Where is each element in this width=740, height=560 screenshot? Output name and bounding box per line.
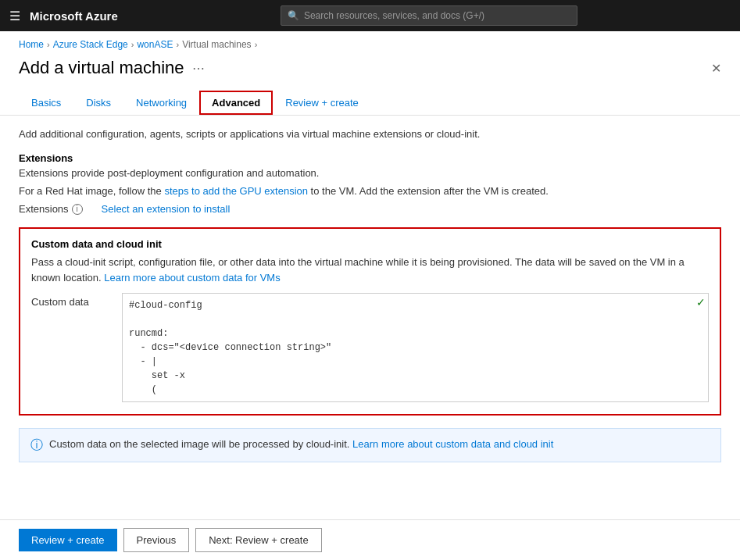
search-input[interactable] bbox=[304, 10, 570, 21]
breadcrumb-stack-edge[interactable]: Azure Stack Edge bbox=[53, 39, 128, 50]
custom-data-section: Custom data and cloud init Pass a cloud-… bbox=[19, 227, 721, 416]
tab-advanced[interactable]: Advanced bbox=[199, 91, 273, 115]
tab-disks[interactable]: Disks bbox=[73, 91, 123, 115]
extensions-gpu-note: For a Red Hat image, follow the steps to… bbox=[19, 185, 721, 197]
info-banner-icon: ⓘ bbox=[30, 437, 43, 454]
breadcrumb-home[interactable]: Home bbox=[19, 39, 44, 50]
tabs-bar: Basics Disks Networking Advanced Review … bbox=[0, 91, 740, 116]
footer-buttons: Review + create Previous Next: Review + … bbox=[0, 519, 740, 560]
validation-checkmark-icon: ✓ bbox=[696, 296, 706, 309]
review-create-button[interactable]: Review + create bbox=[19, 529, 117, 551]
page-title: Add a virtual machine bbox=[19, 58, 184, 78]
breadcrumb-wonase[interactable]: wonASE bbox=[137, 39, 173, 50]
custom-data-title: Custom data and cloud init bbox=[31, 238, 709, 250]
info-banner-text: Custom data on the selected image will b… bbox=[49, 437, 553, 452]
extensions-section: Extensions Extensions provide post-deplo… bbox=[19, 152, 721, 197]
gpu-extension-link[interactable]: steps to add the GPU extension bbox=[164, 185, 308, 197]
select-extension-link[interactable]: Select an extension to install bbox=[102, 203, 231, 215]
custom-data-description: Pass a cloud-init script, configuration … bbox=[31, 255, 709, 285]
more-options-icon[interactable]: ⋯ bbox=[192, 61, 205, 76]
custom-data-label: Custom data bbox=[31, 293, 109, 308]
tab-content: Add additional configuration, agents, sc… bbox=[0, 116, 740, 490]
tab-basics[interactable]: Basics bbox=[19, 91, 73, 115]
breadcrumb: Home › Azure Stack Edge › wonASE › Virtu… bbox=[0, 31, 740, 55]
tab-description: Add additional configuration, agents, sc… bbox=[19, 128, 721, 140]
extensions-info-icon[interactable]: i bbox=[72, 204, 83, 215]
breadcrumb-current: Virtual machines bbox=[182, 39, 252, 50]
extensions-row: Extensions i Select an extension to inst… bbox=[19, 203, 721, 215]
next-button[interactable]: Next: Review + create bbox=[195, 528, 322, 552]
main-container: Home › Azure Stack Edge › wonASE › Virtu… bbox=[0, 31, 740, 560]
extensions-title: Extensions bbox=[19, 152, 721, 164]
custom-data-textarea[interactable]: #cloud-config runcmd: - dcs="<device con… bbox=[122, 293, 709, 402]
close-button[interactable]: ✕ bbox=[711, 61, 721, 76]
extensions-field-label: Extensions i bbox=[19, 203, 83, 215]
tab-review-create[interactable]: Review + create bbox=[273, 91, 371, 115]
topbar: ☰ Microsoft Azure 🔍 bbox=[0, 0, 740, 31]
info-banner-link[interactable]: Learn more about custom data and cloud i… bbox=[352, 438, 553, 450]
hamburger-icon[interactable]: ☰ bbox=[9, 9, 20, 23]
previous-button[interactable]: Previous bbox=[123, 528, 190, 552]
custom-data-learn-link[interactable]: Learn more about custom data for VMs bbox=[104, 272, 280, 284]
custom-data-wrapper: #cloud-config runcmd: - dcs="<device con… bbox=[122, 293, 709, 405]
page-header: Add a virtual machine ⋯ ✕ bbox=[0, 55, 740, 91]
custom-data-row: Custom data #cloud-config runcmd: - dcs=… bbox=[31, 293, 709, 405]
search-bar[interactable]: 🔍 bbox=[281, 5, 577, 26]
app-title: Microsoft Azure bbox=[30, 9, 118, 23]
info-banner: ⓘ Custom data on the selected image will… bbox=[19, 428, 721, 462]
search-icon: 🔍 bbox=[288, 10, 299, 21]
tab-networking[interactable]: Networking bbox=[123, 91, 199, 115]
extensions-subtitle: Extensions provide post-deployment confi… bbox=[19, 167, 721, 179]
